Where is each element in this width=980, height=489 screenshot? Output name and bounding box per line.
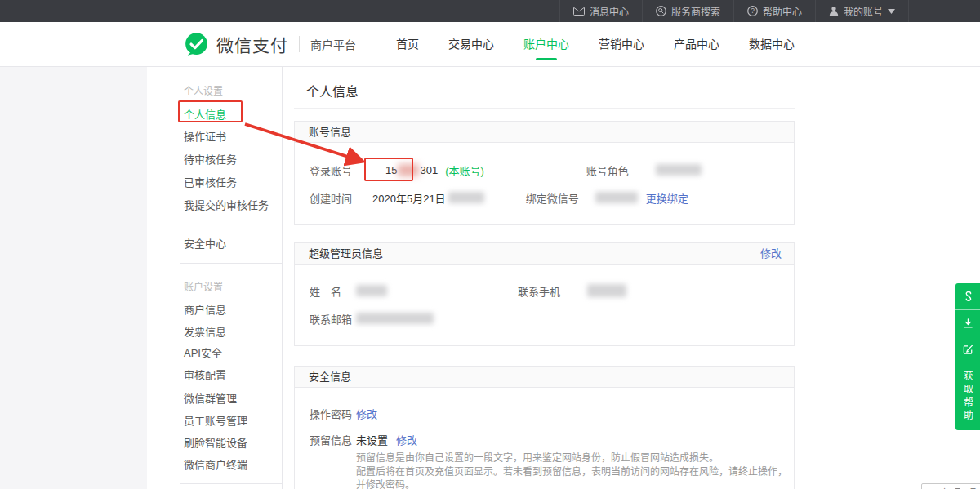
- security-info-section: 安全信息 操作密码 修改 预留信息 未设置 修改 预留信息是由你自己设置的一段文…: [294, 366, 795, 489]
- created-time-value: 2020年5月21日: [372, 190, 446, 206]
- sidebar-group-personal: 个人设置: [184, 83, 223, 97]
- sidebar-divider: [180, 229, 282, 229]
- reserved-info-label: 预留信息: [310, 432, 356, 447]
- main-header: 微信支付 商户平台 首页 交易中心 账户中心 营销中心 产品中心 数据中心: [0, 22, 980, 67]
- reserved-info-row: 预留信息 未设置 修改: [310, 432, 417, 447]
- description-line: 配置后将在首页及充值页面显示。若未看到预留信息，表明当前访问的网站存在风险，请终…: [356, 465, 789, 489]
- password-modify-link[interactable]: 修改: [356, 406, 377, 421]
- admin-phone-redacted: [587, 284, 626, 297]
- account-info-section: 账号信息 登录账号 15 301 (本账号) 账号角色 创建时间 2020年5月…: [294, 121, 795, 225]
- floating-help-bar: 获取帮助: [956, 283, 980, 430]
- sidebar-item-personal-info[interactable]: 个人信息: [184, 106, 226, 122]
- login-account-suffix: 301: [420, 164, 438, 176]
- login-account-label: 登录账号: [310, 162, 372, 178]
- brand-separator: [299, 36, 300, 52]
- sidebar-item-api-security[interactable]: API安全: [184, 345, 222, 360]
- question-icon: ?: [747, 6, 758, 16]
- admin-email-redacted: [356, 313, 434, 324]
- account-info-title: 账号信息: [309, 126, 351, 138]
- brand-name: 微信支付: [216, 32, 288, 56]
- admin-name-row: 姓 名 联系手机: [310, 283, 626, 298]
- edit-icon: [962, 343, 974, 356]
- account-info-header: 账号信息: [295, 122, 794, 143]
- bound-wechat-redacted: [595, 192, 638, 203]
- title-divider: [294, 108, 795, 109]
- feedback-button[interactable]: [956, 336, 980, 362]
- left-gray-panel: [0, 67, 147, 489]
- person-icon: [829, 6, 839, 16]
- help-center-label: 帮助中心: [763, 4, 802, 18]
- nav-account-center[interactable]: 账户中心: [523, 22, 569, 66]
- created-time-label: 创建时间: [310, 190, 372, 206]
- admin-email-label: 联系邮箱: [310, 311, 356, 327]
- login-account-redacted: [398, 164, 419, 176]
- admin-name-redacted: [356, 285, 387, 296]
- account-role-label: 账号角色: [586, 162, 629, 178]
- primary-nav: 首页 交易中心 账户中心 营销中心 产品中心 数据中心: [396, 22, 795, 66]
- created-time-redacted: [448, 192, 484, 203]
- security-info-header: 安全信息: [295, 367, 794, 388]
- admin-email-row: 联系邮箱: [310, 311, 434, 326]
- nav-home[interactable]: 首页: [396, 22, 419, 66]
- sidebar-item-face-device[interactable]: 刷脸智能设备: [184, 434, 247, 450]
- brand-block: 微信支付 商户平台: [184, 22, 356, 66]
- sidebar-divider: [180, 483, 282, 484]
- date-tooltip: 2020年5月22日: [921, 483, 980, 489]
- help-center-button[interactable]: ? 帮助中心: [733, 0, 815, 22]
- admin-modify-link[interactable]: 修改: [760, 243, 782, 264]
- my-account-menu[interactable]: 我的账号: [815, 0, 909, 22]
- created-time-row: 创建时间 2020年5月21日 绑定微信号 更换绑定: [310, 190, 688, 205]
- search-icon: [656, 6, 666, 16]
- sidebar-group-account: 账户设置: [184, 279, 223, 293]
- page-title: 个人信息: [306, 81, 359, 100]
- top-utility-items: 消息中心 服务商搜索 ? 帮助中心 我的账号: [559, 0, 909, 22]
- description-line: 预留信息是由你自己设置的一段文字，用来鉴定网站身份，防止假冒网站造成损失。: [356, 451, 789, 465]
- nav-trade-center[interactable]: 交易中心: [448, 22, 494, 66]
- nav-product-center[interactable]: 产品中心: [674, 22, 719, 66]
- admin-info-header: 超级管理员信息 修改: [295, 243, 794, 265]
- admin-phone-label: 联系手机: [518, 283, 560, 299]
- sidebar-item-security-center[interactable]: 安全中心: [184, 235, 226, 251]
- admin-info-section: 超级管理员信息 修改 姓 名 联系手机 联系邮箱: [294, 242, 795, 346]
- sidebar-item-merchant-info[interactable]: 商户信息: [184, 301, 226, 317]
- portal-name: 商户平台: [310, 36, 356, 52]
- sidebar-divider: [180, 263, 282, 264]
- download-button[interactable]: [956, 309, 980, 336]
- service-search-label: 服务商搜索: [671, 4, 720, 18]
- message-center-button[interactable]: 消息中心: [559, 0, 642, 22]
- rebind-link[interactable]: 更换绑定: [646, 190, 688, 206]
- nav-marketing-center[interactable]: 营销中心: [599, 22, 644, 66]
- reserved-info-status: 未设置: [356, 432, 388, 447]
- sidebar-item-review-config[interactable]: 审核配置: [184, 367, 226, 382]
- sidebar-item-reviewed[interactable]: 已审核任务: [184, 174, 237, 189]
- quick-link-button[interactable]: [956, 283, 980, 309]
- admin-info-title: 超级管理员信息: [309, 247, 383, 260]
- security-info-title: 安全信息: [309, 371, 351, 383]
- top-utility-bar: 消息中心 服务商搜索 ? 帮助中心 我的账号: [0, 0, 980, 22]
- sidebar: 个人设置 个人信息 操作证书 待审核任务 已审核任务 我提交的审核任务 安全中心…: [147, 67, 283, 489]
- reserved-info-description: 预留信息是由你自己设置的一段文字，用来鉴定网站身份，防止假冒网站造成损失。 配置…: [356, 451, 789, 489]
- chevron-down-icon: [888, 9, 895, 14]
- sidebar-item-my-submitted[interactable]: 我提交的审核任务: [184, 197, 269, 212]
- message-center-label: 消息中心: [590, 4, 629, 18]
- get-help-button[interactable]: 获取帮助: [956, 362, 980, 430]
- login-account-prefix: 15: [385, 164, 397, 176]
- reserved-modify-link[interactable]: 修改: [396, 432, 417, 447]
- svg-text:?: ?: [751, 7, 755, 15]
- account-role-redacted: [656, 164, 702, 176]
- wechat-pay-merchant-portal: 消息中心 服务商搜索 ? 帮助中心 我的账号 微信: [0, 0, 980, 489]
- operation-password-label: 操作密码: [310, 406, 356, 421]
- sidebar-item-staff-account[interactable]: 员工账号管理: [184, 412, 247, 428]
- sidebar-item-merchant-terminal[interactable]: 微信商户终端: [184, 456, 247, 472]
- bound-wechat-label: 绑定微信号: [526, 190, 579, 206]
- sidebar-item-wechat-group[interactable]: 微信群管理: [184, 390, 237, 406]
- nav-data-center[interactable]: 数据中心: [749, 22, 795, 66]
- sidebar-item-pending-review[interactable]: 待审核任务: [184, 151, 237, 167]
- download-icon: [962, 317, 974, 330]
- link-icon: [962, 290, 974, 303]
- sidebar-item-operation-cert[interactable]: 操作证书: [184, 128, 226, 144]
- service-search-button[interactable]: 服务商搜索: [642, 0, 733, 22]
- sidebar-item-invoice-info[interactable]: 发票信息: [184, 323, 226, 339]
- wechat-pay-logo-icon: [184, 32, 209, 57]
- operation-password-row: 操作密码 修改: [310, 406, 377, 420]
